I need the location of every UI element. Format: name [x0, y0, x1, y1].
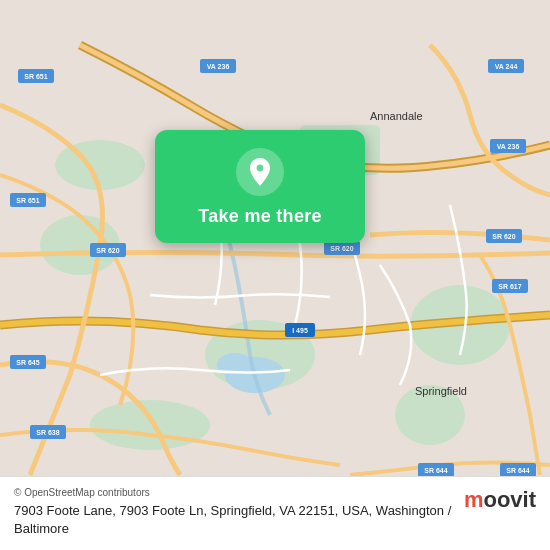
svg-text:Springfield: Springfield: [415, 385, 467, 397]
svg-text:VA 236: VA 236: [497, 143, 520, 150]
svg-text:SR 651: SR 651: [24, 73, 47, 80]
svg-text:SR 651: SR 651: [16, 197, 39, 204]
moovit-logo: moovit: [464, 487, 536, 513]
svg-text:SR 644: SR 644: [424, 467, 447, 474]
svg-text:SR 644: SR 644: [506, 467, 529, 474]
address-section: © OpenStreetMap contributors 7903 Foote …: [14, 487, 454, 538]
copyright-text: © OpenStreetMap contributors: [14, 487, 454, 498]
moovit-brand-text: moovit: [464, 487, 536, 513]
svg-text:I 495: I 495: [292, 327, 308, 334]
svg-text:Annandale: Annandale: [370, 110, 423, 122]
svg-text:SR 620: SR 620: [492, 233, 515, 240]
svg-text:VA 244: VA 244: [495, 63, 518, 70]
moovit-rest: oovit: [483, 487, 536, 512]
svg-point-3: [90, 400, 210, 450]
svg-text:SR 645: SR 645: [16, 359, 39, 366]
svg-text:SR 638: SR 638: [36, 429, 59, 436]
svg-text:SR 617: SR 617: [498, 283, 521, 290]
take-me-there-button-label: Take me there: [198, 206, 322, 227]
bottom-bar: © OpenStreetMap contributors 7903 Foote …: [0, 476, 550, 550]
svg-text:SR 620: SR 620: [330, 245, 353, 252]
svg-text:VA 236: VA 236: [207, 63, 230, 70]
moovit-m-letter: m: [464, 487, 484, 512]
svg-text:SR 620: SR 620: [96, 247, 119, 254]
map-svg: SR 651 VA 236 VA 244 SR 651 SR 620 SR 62…: [0, 0, 550, 550]
take-me-there-card[interactable]: Take me there: [155, 130, 365, 243]
address-text: 7903 Foote Lane, 7903 Foote Ln, Springfi…: [14, 502, 454, 538]
map-container: SR 651 VA 236 VA 244 SR 651 SR 620 SR 62…: [0, 0, 550, 550]
location-pin-icon: [236, 148, 284, 196]
